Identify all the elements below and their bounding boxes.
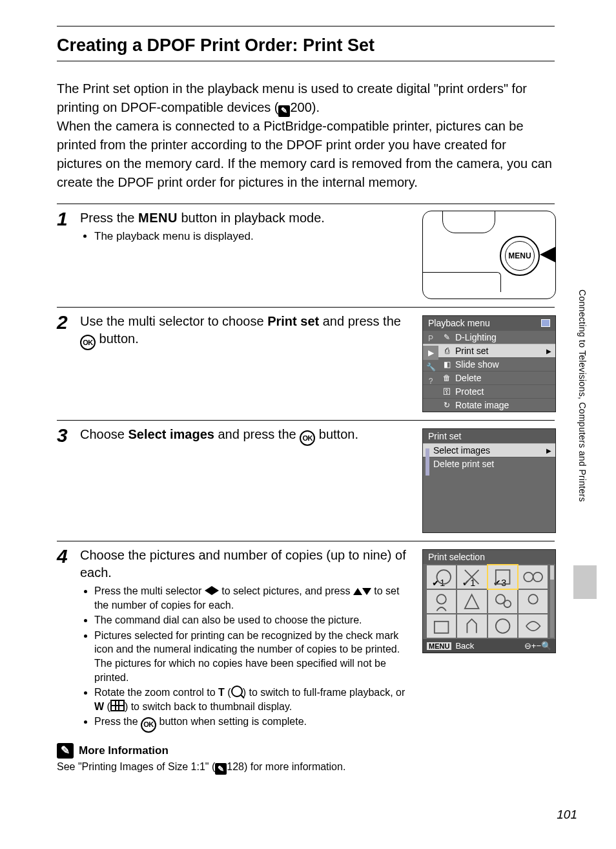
scroll-indicator [426, 448, 429, 476]
thumbnail: ✔1 [457, 565, 486, 589]
bullet: Rotate the zoom control to T () to switc… [94, 686, 416, 713]
thumbnail [518, 614, 548, 638]
page-number: 101 [557, 808, 577, 822]
menu-item: ⚿Protect [423, 384, 555, 398]
step-number: 4 [57, 547, 80, 734]
menu-item-selected: ⎙Print set▶ [423, 344, 555, 357]
page-title: Creating a DPOF Print Order: Print Set [57, 36, 555, 56]
step-heading: Choose the pictures and number of copies… [80, 547, 416, 582]
down-arrow-icon [362, 588, 371, 595]
lcd-print-selection: Print selection ✔1 ✔1 ✔3 [422, 549, 556, 653]
step-4: 4 Choose the pictures and number of copi… [57, 541, 555, 734]
lcd-header: Print set [423, 429, 555, 443]
tab-playback-icon: ▶ [423, 346, 438, 360]
svg-point-9 [504, 600, 511, 607]
more-info-body: See "Printing Images of Size 1:1" (✎128)… [57, 761, 555, 775]
protect-icon: ⚿ [442, 387, 451, 396]
lcd-footer: MENU Back ⊖+−🔍 [423, 639, 555, 653]
svg-point-12 [495, 619, 509, 633]
left-arrow-icon [205, 586, 212, 595]
manual-page: Creating a DPOF Print Order: Print Set T… [0, 0, 616, 849]
top-rule [57, 26, 555, 26]
step-number: 1 [57, 209, 80, 299]
submenu-arrow-icon: ▶ [546, 447, 551, 454]
step-bullets: The playback menu is displayed. [80, 229, 416, 244]
step-number: 3 [57, 426, 80, 533]
step-illustration: Print set Select images▶ Delete print se… [416, 426, 555, 533]
bullet: The playback menu is displayed. [94, 229, 416, 244]
menu-item: ↻Rotate image [423, 398, 555, 412]
title-underline [57, 61, 555, 61]
menu-item: ◧Slide show [423, 357, 555, 371]
thumbnail [518, 565, 548, 589]
menu-item: ✎D-Lighting [423, 330, 555, 344]
bullet: Press the OK button when setting is comp… [94, 715, 416, 732]
section-side-label: Connecting to Televisions, Computers and… [577, 289, 588, 502]
lcd-title: Print selection [428, 552, 485, 562]
zoom-in-icon [231, 686, 243, 697]
tab-help-icon: ? [423, 374, 438, 388]
print-icon: ⎙ [442, 346, 451, 355]
step-1: 1 Press the MENU button in playback mode… [57, 204, 555, 299]
thumbnail [488, 614, 517, 638]
page-ref-icon: ✎ [278, 105, 290, 117]
step-illustration: MENU [416, 209, 555, 299]
lcd-header: Print selection [423, 550, 555, 564]
right-arrow-icon [212, 586, 219, 595]
thumbnail: ✔1 [427, 565, 456, 589]
info-icon: ✎ [57, 743, 74, 759]
menu-item: 🗑Delete [423, 371, 555, 384]
tab-setup-icon: 🔧 [423, 360, 438, 374]
press-arrow [540, 246, 556, 263]
menu-button-graphic: MENU [500, 236, 540, 276]
rotate-icon: ↻ [442, 401, 451, 410]
thumbnail [488, 590, 517, 613]
step-heading: Use the multi selector to choose Print s… [80, 313, 416, 350]
bullet: Pictures selected for printing can be re… [94, 629, 416, 684]
camera-diagram: MENU [422, 211, 556, 299]
thumbnail [457, 614, 486, 638]
step-body: Press the MENU button in playback mode. … [80, 209, 416, 299]
ok-icon: OK [141, 717, 156, 733]
thumbnail [427, 614, 456, 638]
thumbnail-selected: ✔3 [488, 565, 517, 589]
svg-point-7 [436, 594, 446, 603]
thumbnail-grid-icon [110, 700, 125, 711]
bullet: Press the multi selector to select pictu… [94, 584, 416, 612]
step-illustration: Print selection ✔1 ✔1 ✔3 [416, 547, 555, 734]
step-body: Use the multi selector to choose Print s… [80, 313, 416, 412]
delete-icon: 🗑 [442, 373, 451, 383]
thumbnail-grid: ✔1 ✔1 ✔3 [423, 564, 555, 639]
submenu-arrow-icon: ▶ [546, 348, 551, 355]
lcd-header: Playback menu [423, 316, 555, 330]
lcd-print-set-menu: Print set Select images▶ Delete print se… [422, 428, 556, 533]
step-number: 2 [57, 313, 80, 412]
lcd-title: Playback menu [428, 318, 490, 328]
svg-rect-11 [435, 622, 449, 633]
step-body: Choose Select images and press the OK bu… [80, 426, 416, 533]
back-label: Back [455, 641, 474, 651]
menu-tag: MENU [427, 642, 451, 650]
step-illustration: Playback menu P ▶ 🔧 ? ✎D-Lighting ⎙Print… [416, 313, 555, 412]
svg-point-6 [533, 572, 542, 582]
zoom-controls-icon: ⊖+−🔍 [524, 641, 551, 651]
battery-icon [541, 319, 550, 327]
dlighting-icon: ✎ [442, 333, 451, 342]
ok-icon: OK [80, 335, 96, 350]
thumbnail [427, 590, 456, 613]
svg-point-5 [524, 572, 533, 582]
menu-item: Delete print set [423, 457, 555, 470]
lcd-playback-menu: Playback menu P ▶ 🔧 ? ✎D-Lighting ⎙Print… [422, 315, 556, 412]
thumbnail [457, 590, 486, 613]
thumbnail [518, 590, 548, 613]
up-arrow-icon [353, 588, 362, 595]
tab-shoot-icon: P [423, 331, 438, 346]
step-heading: Choose Select images and press the OK bu… [80, 426, 416, 446]
intro-paragraph: The Print set option in the playback men… [57, 79, 555, 192]
more-info-title: More Information [79, 744, 169, 757]
slideshow-icon: ◧ [442, 360, 451, 369]
scrollbar [550, 565, 554, 638]
svg-point-10 [528, 594, 537, 603]
menu-item-selected: Select images▶ [423, 443, 555, 457]
lcd-side-tabs: P ▶ 🔧 ? [423, 331, 438, 388]
